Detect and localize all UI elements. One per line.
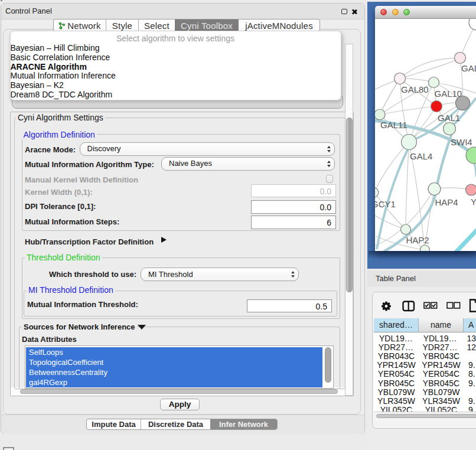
svg-text:GAL11: GAL11 <box>380 120 407 130</box>
svg-text:HAP2: HAP2 <box>406 235 429 245</box>
svg-text:GAL80: GAL80 <box>401 84 429 94</box>
svg-text:GAL1: GAL1 <box>438 113 460 123</box>
svg-text:GAL10: GAL10 <box>435 89 462 99</box>
svg-text:YEL: YEL <box>471 197 476 207</box>
svg-text:HAP4: HAP4 <box>435 197 458 207</box>
svg-text:SWI4: SWI4 <box>451 137 472 147</box>
svg-text:GAL2: GAL2 <box>461 63 476 73</box>
svg-text:GAL4: GAL4 <box>410 151 432 161</box>
svg-text:GCY1: GCY1 <box>375 199 396 209</box>
